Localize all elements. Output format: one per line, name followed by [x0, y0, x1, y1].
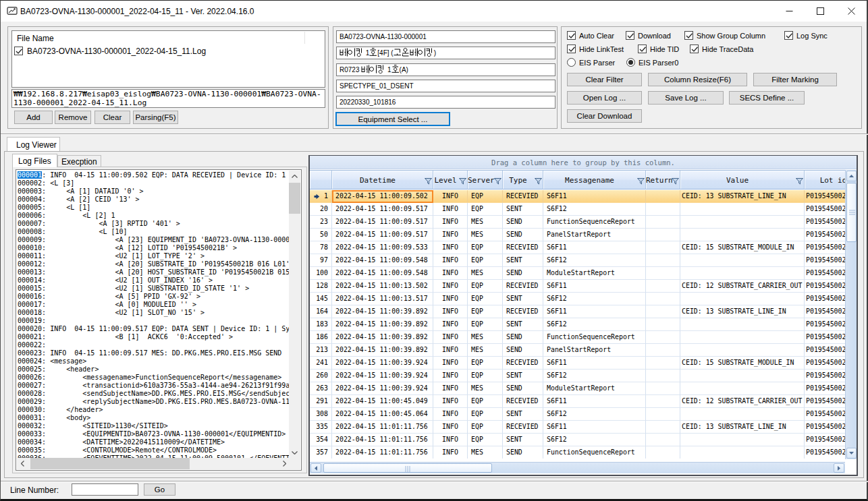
grid-cell[interactable]: P0195450021B — [805, 318, 845, 331]
log-scroll-down-button[interactable] — [289, 447, 300, 459]
log-line[interactable]: 000018: <U2 [1] SLOT_NO '15' > — [18, 309, 290, 317]
grid-cell[interactable]: RECEVIED — [503, 280, 543, 293]
parsing-button[interactable]: Parsing(F5) — [133, 111, 178, 124]
log-horizontal-scroll-thumb[interactable] — [30, 458, 190, 469]
grid-row-260[interactable]: 2602022-04-15 11:00:39.924INFOEQPSENTS6F… — [310, 370, 845, 382]
grid-cell[interactable] — [680, 203, 805, 216]
grid-cell[interactable]: SENT — [503, 203, 543, 216]
grid-cell[interactable]: CEID: 12 SUBSTRATE_CARRIER_OUT — [680, 395, 805, 408]
grid-horizontal-scroll-thumb[interactable] — [323, 463, 492, 473]
grid-row-263[interactable]: 2632022-04-15 11:00:39.924INFOMESSENDMod… — [310, 382, 845, 395]
grid-cell[interactable]: 291 — [310, 395, 332, 408]
grid-cell[interactable]: 335 — [310, 421, 332, 434]
grid-cell[interactable] — [646, 357, 680, 370]
grid-cell[interactable] — [646, 331, 680, 344]
checkbox-box[interactable] — [567, 31, 576, 40]
grid-cell[interactable] — [680, 331, 805, 344]
grid-row-128[interactable]: 1282022-04-15 11:00:13.502INFOEQPRECEVIE… — [310, 280, 845, 293]
grid-cell[interactable] — [646, 382, 680, 395]
grid-cell[interactable]: P0195450021B — [805, 229, 845, 241]
grid-row-335[interactable]: 3352022-04-15 11:01:11.756INFOEQPRECEVIE… — [310, 421, 845, 434]
grid-cell[interactable] — [646, 421, 680, 434]
file-list-header[interactable]: File Name — [12, 31, 325, 45]
grid-cell[interactable]: P0195450021B — [805, 216, 845, 229]
grid-cell[interactable] — [646, 190, 680, 203]
grid-cell[interactable]: EQP — [468, 434, 503, 446]
grid-cell[interactable]: S6F12 — [543, 370, 646, 382]
grid-cell[interactable]: 2022-04-15 11:00:09.533 — [332, 241, 433, 254]
grid-cell[interactable]: FunctionSequenceReport — [543, 446, 646, 459]
grid-row-291[interactable]: 2912022-04-15 11:00:45.049INFOEQPRECEVIE… — [310, 395, 845, 408]
grid-cell[interactable]: EQP — [468, 293, 503, 305]
file-path-box[interactable]: ₩₩192.168.8.217₩eisap03_eislog₩BA0723-OV… — [11, 89, 325, 108]
grid-cell[interactable]: 186 — [310, 331, 332, 344]
grid-cell[interactable]: S6F11 — [543, 305, 646, 318]
grid-header-messagename[interactable]: Messagename — [543, 170, 646, 189]
log-line[interactable]: 000019: — [18, 317, 290, 325]
grid-cell[interactable] — [646, 267, 680, 280]
log-line[interactable]: 000014: <U2 [1] OUT_INDEX '16' > — [18, 276, 290, 285]
grid-row-23[interactable]: 232022-04-15 11:00:09.517INFOMESSENDFunc… — [310, 216, 845, 229]
log-line[interactable]: 000010: <A [12] LOTID 'P0195450021B' > — [18, 244, 290, 252]
grid-cell[interactable]: P0195450021B — [805, 331, 845, 344]
grid-cell[interactable]: EQP — [468, 370, 503, 382]
grid-cell[interactable]: S6F11 — [543, 241, 646, 254]
grid-cell[interactable]: EQP — [468, 408, 503, 421]
log-line[interactable]: 000007: <A [3] RPTID '401' > — [18, 220, 290, 228]
secs-define-button[interactable]: SECS Define ... — [729, 91, 805, 105]
grid-cell[interactable]: S6F12 — [543, 203, 646, 216]
grid-cell[interactable]: MES — [468, 344, 503, 357]
grid-cell[interactable]: SEND — [503, 229, 543, 241]
log-line[interactable]: 000017: <A [0] MODULEID '' > — [18, 301, 290, 309]
grid-cell[interactable] — [646, 241, 680, 254]
grid-vertical-scrollbar[interactable] — [845, 170, 857, 459]
grid-cell[interactable]: INFO — [433, 344, 468, 357]
checkbox-box[interactable] — [638, 45, 647, 53]
grid-cell[interactable]: INFO — [433, 305, 468, 318]
grid-cell[interactable] — [646, 434, 680, 446]
grid-cell[interactable] — [680, 434, 805, 446]
open-log-button[interactable]: Open Log ... — [567, 91, 642, 105]
grid-row-20[interactable]: 202022-04-15 11:00:09.517INFOEQPSENTS6F1… — [310, 203, 845, 216]
grid-row-1[interactable]: 12022-04-15 11:00:09.502INFOEQPRECEVIEDS… — [310, 190, 845, 203]
grid-cell[interactable]: P0195450021B — [805, 203, 845, 216]
grid-cell[interactable]: MES — [468, 229, 503, 241]
grid-cell[interactable]: 2022-04-15 11:00:09.517 — [332, 216, 433, 229]
filter-icon[interactable] — [459, 178, 466, 185]
grid-cell[interactable]: 2022-04-15 11:01:11.756 — [332, 434, 433, 446]
grid-cell[interactable]: INFO — [433, 370, 468, 382]
filter-icon[interactable] — [425, 178, 432, 185]
grid-cell[interactable]: SENT — [503, 254, 543, 267]
grid-cell[interactable]: 2022-04-15 11:00:13.502 — [332, 280, 433, 293]
grid-cell[interactable]: S6F12 — [543, 293, 646, 305]
grid-cell[interactable]: 241 — [310, 357, 332, 370]
grid-cell[interactable]: S6F11 — [543, 280, 646, 293]
grid-cell[interactable] — [646, 395, 680, 408]
grid-cell[interactable]: 213 — [310, 344, 332, 357]
grid-cell[interactable]: SEND — [503, 216, 543, 229]
grid-cell[interactable]: INFO — [433, 408, 468, 421]
grid-cell[interactable]: 97 — [310, 254, 332, 267]
grid-cell[interactable]: SENT — [503, 370, 543, 382]
grid-row-97[interactable]: 972022-04-15 11:00:09.548INFOEQPSENTS6F1… — [310, 254, 845, 267]
grid-cell[interactable]: RECEVIED — [503, 357, 543, 370]
grid-cell[interactable] — [646, 370, 680, 382]
remove-button[interactable]: Remove — [55, 111, 91, 124]
grid-cell[interactable] — [646, 446, 680, 459]
grid-cell[interactable] — [646, 305, 680, 318]
grid-cell[interactable]: EQP — [468, 395, 503, 408]
tab-execption[interactable]: Execption — [57, 155, 101, 167]
log-line[interactable]: 000009: <A [23] EQUIPMENT_ID 'BA0723-OVN… — [18, 236, 290, 244]
grid-cell[interactable]: INFO — [433, 254, 468, 267]
radio-circle[interactable] — [567, 58, 576, 67]
filter-icon[interactable] — [672, 178, 679, 185]
log-line[interactable]: 000030: </header> — [18, 406, 290, 414]
grid-cell[interactable]: P0195450021B — [805, 267, 845, 280]
grid-row-357[interactable]: 3572022-04-15 11:01:11.756INFOMESSENDFun… — [310, 446, 845, 459]
grid-cell[interactable]: P0195450021B — [805, 421, 845, 434]
filter-icon[interactable] — [796, 178, 803, 185]
grid-cell[interactable]: INFO — [433, 421, 468, 434]
grid-cell[interactable]: RECEVIED — [503, 395, 543, 408]
file-list-item[interactable]: BA0723-OVNA-1130-000001_2022-04-15_11.Lo… — [14, 47, 23, 57]
log-horizontal-scrollbar[interactable] — [17, 458, 290, 469]
